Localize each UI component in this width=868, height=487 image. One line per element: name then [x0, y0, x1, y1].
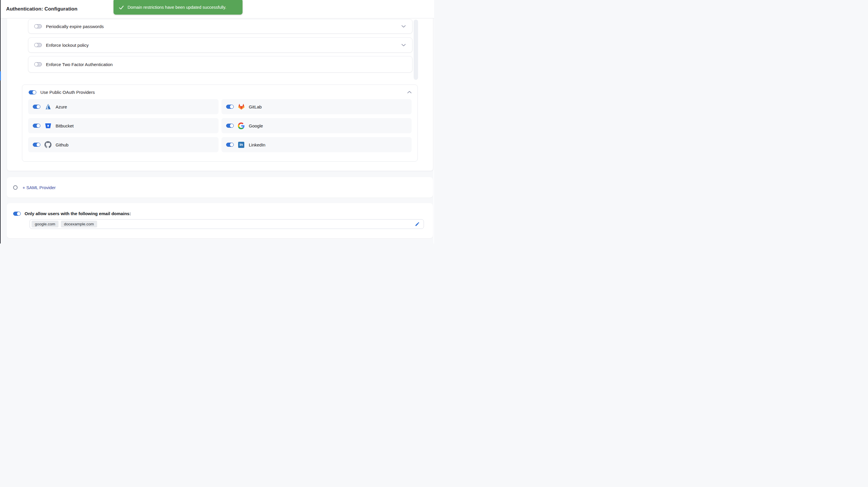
provider-name: Bitbucket: [56, 123, 74, 128]
security-row-label: Enforce lockout policy: [46, 43, 89, 47]
email-domains-header: Only allow users with the following emai…: [13, 211, 433, 216]
azure-toggle[interactable]: [33, 105, 40, 109]
toggle-knob: [34, 62, 38, 66]
scrollbar[interactable]: [414, 20, 418, 80]
pencil-icon[interactable]: [415, 222, 420, 228]
github-icon: [44, 141, 52, 149]
oauth-providers-card: Use Public OAuth Providers Azure: [22, 85, 418, 162]
toggle-knob: [36, 105, 40, 109]
provider-row-github: Github: [28, 137, 219, 152]
security-row-label: Periodically expire passwords: [46, 24, 104, 29]
domain-tag: google.com: [32, 221, 59, 227]
security-row-lockout-policy: Enforce lockout policy: [28, 37, 412, 53]
toggle-knob: [230, 105, 234, 109]
success-toast[interactable]: Domain restrictions have been updated su…: [114, 0, 243, 14]
toggle-knob: [36, 124, 40, 128]
github-toggle[interactable]: [33, 143, 40, 147]
google-icon: [238, 122, 245, 130]
provider-name: Google: [249, 123, 263, 128]
linkedin-toggle[interactable]: [226, 143, 234, 147]
add-saml-provider-link[interactable]: + SAML Provider: [23, 185, 56, 190]
settings-panel: Periodically expire passwords Enforce lo…: [7, 19, 433, 171]
oauth-toggle[interactable]: [29, 90, 36, 94]
page-title: Authentication: Configuration: [6, 6, 78, 12]
oauth-header: Use Public OAuth Providers: [22, 85, 417, 95]
toggle-knob: [17, 212, 21, 216]
provider-row-bitbucket: Bitbucket: [28, 118, 219, 133]
provider-row-azure: Azure: [28, 99, 219, 114]
domains-input[interactable]: google.com docexample.com: [30, 219, 424, 229]
bitbucket-toggle[interactable]: [33, 124, 40, 128]
toggle-knob: [230, 124, 234, 128]
security-row-label: Enforce Two Factor Authentication: [46, 62, 113, 67]
gitlab-icon: [238, 103, 245, 110]
email-domains-toggle[interactable]: [13, 212, 21, 216]
expire-passwords-toggle[interactable]: [34, 24, 42, 28]
linkedin-icon: in: [238, 141, 245, 149]
two-factor-toggle[interactable]: [34, 62, 42, 66]
check-icon: [119, 5, 124, 10]
chevron-up-icon[interactable]: [407, 91, 412, 94]
saml-provider-card: + SAML Provider: [7, 177, 433, 198]
provider-name: Azure: [56, 104, 67, 109]
provider-name: LinkedIn: [249, 142, 266, 147]
toggle-knob: [36, 143, 40, 147]
security-row-expire-passwords: Periodically expire passwords: [28, 19, 412, 34]
provider-name: Github: [56, 142, 68, 147]
chevron-down-icon[interactable]: [401, 25, 406, 28]
linkedin-badge-text: in: [238, 142, 244, 148]
domain-tag: docexample.com: [61, 221, 97, 227]
oauth-label: Use Public OAuth Providers: [40, 90, 95, 95]
provider-name: GitLab: [249, 104, 262, 109]
toast-message: Domain restrictions have been updated su…: [128, 5, 226, 10]
google-toggle[interactable]: [226, 124, 234, 128]
chevron-down-icon[interactable]: [401, 44, 406, 46]
security-row-two-factor: Enforce Two Factor Authentication: [28, 56, 412, 72]
provider-row-linkedin: in LinkedIn: [221, 137, 412, 152]
azure-icon: [44, 103, 52, 110]
sidebar-active-indicator: [0, 71, 1, 80]
oauth-provider-grid: Azure Bitbucket Github: [28, 99, 412, 152]
saml-radio[interactable]: [13, 185, 18, 190]
toggle-knob: [34, 24, 38, 28]
toggle-knob: [230, 143, 234, 147]
page-right-margin: [433, 0, 434, 244]
provider-row-gitlab: GitLab: [221, 99, 412, 114]
gitlab-toggle[interactable]: [226, 105, 234, 109]
toggle-knob: [32, 90, 36, 94]
provider-row-google: Google: [221, 118, 412, 133]
bitbucket-icon: [44, 122, 52, 130]
email-domains-label: Only allow users with the following emai…: [25, 211, 131, 216]
collapsed-sidebar-edge: [0, 0, 1, 244]
email-domains-card: Only allow users with the following emai…: [7, 203, 433, 238]
toggle-knob: [34, 43, 38, 47]
lockout-policy-toggle[interactable]: [34, 43, 42, 47]
